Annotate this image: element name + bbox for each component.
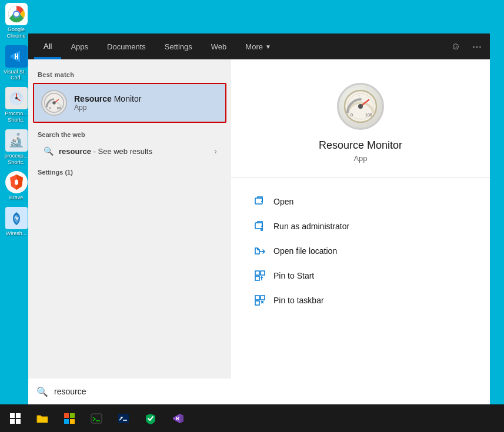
svg-rect-33 <box>70 419 75 424</box>
app-name: Resource Monitor <box>74 94 141 103</box>
desktop-icons: Google Chrome Visual St... Cod. Proc <box>0 0 32 388</box>
pin-to-taskbar-icon <box>253 294 266 307</box>
svg-rect-32 <box>64 419 69 424</box>
pin-to-taskbar-label: Pin to taskbar <box>273 296 324 305</box>
settings-label: Settings (1) <box>38 169 222 176</box>
svg-text:↑: ↑ <box>358 94 360 98</box>
app-type-left: App <box>74 103 141 112</box>
tab-apps[interactable]: Apps <box>61 34 98 59</box>
tab-bar: All Apps Documents Settings Web More ▼ ☺… <box>28 34 490 59</box>
tab-more[interactable]: More ▼ <box>236 34 281 59</box>
svg-rect-34 <box>91 414 102 423</box>
open-icon <box>253 195 266 208</box>
search-web-section: Search the web 🔍 resource - See web resu… <box>28 124 231 163</box>
action-pin-to-start[interactable]: Pin to Start <box>249 263 472 288</box>
app-detail-name: Resource Monitor <box>319 139 402 152</box>
pin-to-start-label: Pin to Start <box>273 271 314 280</box>
resource-monitor-icon: 0 100 <box>41 90 67 116</box>
menu-content: Best match 0 100 Resource Monito <box>28 59 490 395</box>
file-explorer-button[interactable] <box>29 406 55 431</box>
taskbar <box>0 404 504 432</box>
svg-text:100: 100 <box>57 107 62 110</box>
search-bar: 🔍 <box>28 379 490 404</box>
svg-rect-36 <box>118 414 129 423</box>
best-match-text: Resource Monitor App <box>74 94 141 112</box>
svg-rect-19 <box>255 223 262 229</box>
right-panel: 0 100 ↑ Resource Monitor App Ope <box>231 59 490 395</box>
svg-rect-22 <box>255 276 259 280</box>
best-match-item[interactable]: 0 100 Resource Monitor App <box>33 83 226 123</box>
tab-settings[interactable]: Settings <box>155 34 202 59</box>
svg-point-7 <box>15 97 18 99</box>
tab-documents[interactable]: Documents <box>98 34 155 59</box>
pin-to-start-icon <box>253 269 266 282</box>
tab-bar-actions: ☺ ⋯ <box>449 39 484 55</box>
action-open[interactable]: Open <box>249 189 472 214</box>
desktop-icon-procmon[interactable]: Procmo... Shortc. <box>1 87 32 123</box>
svg-rect-20 <box>255 271 259 275</box>
search-web-item[interactable]: 🔍 resource - See web results › <box>38 142 222 160</box>
run-as-admin-label: Run as administrator <box>273 222 349 231</box>
divider <box>231 177 490 178</box>
action-list: Open Run as administrator <box>231 189 490 313</box>
search-web-label: Search the web <box>38 131 222 138</box>
desktop-icon-vscode[interactable]: Visual St... Cod. <box>1 45 32 82</box>
run-as-admin-icon <box>253 220 266 233</box>
desktop-icon-procexp[interactable]: 🔬 procexp... Shortc. <box>1 129 32 166</box>
search-web-chevron-icon: › <box>214 146 217 156</box>
desktop-icon-chrome[interactable]: Google Chrome <box>1 3 32 39</box>
more-options-icon[interactable]: ⋯ <box>470 39 484 55</box>
open-file-location-label: Open file location <box>273 246 337 256</box>
svg-rect-29 <box>16 419 21 424</box>
desktop-icon-brave[interactable]: Brave <box>1 171 32 201</box>
tab-all[interactable]: All <box>34 34 61 59</box>
tab-web[interactable]: Web <box>202 34 236 59</box>
svg-point-2 <box>14 12 19 16</box>
powershell-button[interactable] <box>111 406 136 431</box>
settings-section: Settings (1) <box>28 163 231 178</box>
svg-text:100: 100 <box>365 113 372 117</box>
vs-button[interactable] <box>165 406 191 431</box>
left-panel: Best match 0 100 Resource Monito <box>28 59 231 395</box>
terminal-button[interactable] <box>84 406 109 431</box>
start-button[interactable] <box>2 406 28 431</box>
svg-rect-27 <box>16 413 21 418</box>
shield-button[interactable] <box>138 406 163 431</box>
svg-rect-28 <box>10 419 15 424</box>
svg-rect-5 <box>15 56 18 57</box>
more-dropdown-icon: ▼ <box>265 43 271 50</box>
start-menu: All Apps Documents Settings Web More ▼ ☺… <box>28 34 490 395</box>
app-detail-icon: 0 100 ↑ <box>337 83 384 130</box>
svg-rect-21 <box>261 271 265 275</box>
app-detail-type: App <box>353 154 367 163</box>
action-run-as-admin[interactable]: Run as administrator <box>249 214 472 239</box>
svg-rect-26 <box>10 413 15 418</box>
svg-point-14 <box>358 104 363 109</box>
svg-rect-23 <box>255 296 259 300</box>
feedback-icon[interactable]: ☺ <box>449 39 463 54</box>
search-bar-input[interactable] <box>54 387 482 396</box>
svg-text:0: 0 <box>351 113 353 117</box>
svg-point-9 <box>52 101 55 104</box>
svg-rect-31 <box>70 413 75 418</box>
action-open-file-location[interactable]: Open file location <box>249 239 472 263</box>
svg-rect-30 <box>64 413 69 418</box>
best-match-label: Best match <box>28 68 231 82</box>
store-button[interactable] <box>56 406 82 431</box>
search-bar-icon: 🔍 <box>36 386 48 397</box>
desktop-icon-wireshark[interactable]: Wiresh... <box>1 207 32 237</box>
svg-rect-18 <box>255 198 262 204</box>
open-label: Open <box>273 197 293 206</box>
search-web-text: resource - See web results <box>59 147 214 156</box>
svg-rect-25 <box>255 301 259 305</box>
search-web-icon: 🔍 <box>42 145 54 157</box>
svg-rect-24 <box>261 296 265 300</box>
action-pin-to-taskbar[interactable]: Pin to taskbar <box>249 288 472 313</box>
open-file-location-icon <box>253 245 266 257</box>
